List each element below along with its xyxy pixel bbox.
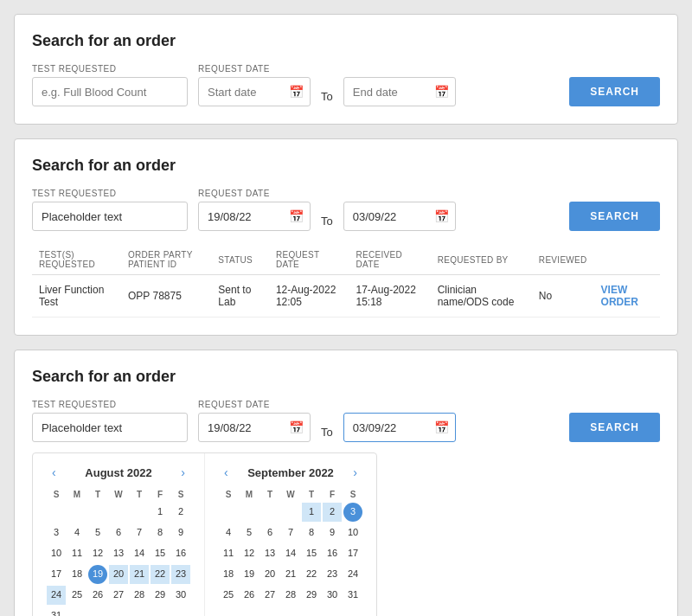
aug-day-3[interactable]: 3 (47, 523, 66, 542)
table-header-row: TEST(S) REQUESTED ORDER PARTY PATIENT ID… (32, 245, 660, 275)
cell-action[interactable]: VIEW ORDER (594, 275, 660, 318)
sep-day-11[interactable]: 11 (219, 544, 238, 563)
aug-day-25[interactable]: 25 (67, 586, 86, 605)
aug-day-16[interactable]: 16 (171, 544, 190, 563)
sep-day-14[interactable]: 14 (281, 544, 300, 563)
sep-day-19[interactable]: 19 (240, 565, 259, 584)
aug-day-2[interactable]: 2 (171, 503, 190, 522)
test-requested-group-2: TEST REQUESTED (32, 189, 188, 231)
end-calendar-icon-2[interactable]: 📅 (434, 209, 449, 223)
aug-day-30[interactable]: 30 (171, 586, 190, 605)
sep-day-21[interactable]: 21 (281, 565, 300, 584)
sep-day-30[interactable]: 30 (323, 586, 342, 605)
sep-day-31[interactable]: 31 (343, 586, 362, 605)
start-date-wrapper-1: 📅 (198, 77, 311, 106)
sep-empty (219, 503, 238, 522)
sep-day-15[interactable]: 15 (302, 544, 321, 563)
aug-day-13[interactable]: 13 (109, 544, 128, 563)
aug-day-6[interactable]: 6 (109, 523, 128, 542)
sep-day-4[interactable]: 4 (219, 523, 238, 542)
end-calendar-icon-3[interactable]: 📅 (434, 420, 449, 434)
test-requested-input-3[interactable] (32, 413, 188, 442)
sep-day-5[interactable]: 5 (240, 523, 259, 542)
sep-dh-t2: T (302, 488, 321, 501)
sep-next-btn[interactable]: › (348, 464, 362, 481)
sep-empty (260, 503, 279, 522)
aug-day-22[interactable]: 22 (151, 565, 170, 584)
aug-day-19[interactable]: 19 (88, 565, 107, 584)
sep-day-27[interactable]: 27 (260, 586, 279, 605)
search-button-3[interactable]: searcH (569, 413, 660, 442)
test-requested-input-1[interactable] (32, 77, 188, 106)
col-patient-id: ORDER PARTY PATIENT ID (121, 245, 211, 275)
sep-day-12[interactable]: 12 (240, 544, 259, 563)
aug-day-27[interactable]: 27 (109, 586, 128, 605)
august-prev-btn[interactable]: ‹ (47, 464, 61, 481)
sep-day-13[interactable]: 13 (260, 544, 279, 563)
sep-day-18[interactable]: 18 (219, 565, 238, 584)
aug-day-1[interactable]: 1 (151, 503, 170, 522)
col-status: STATUS (211, 245, 269, 275)
sep-day-7[interactable]: 7 (281, 523, 300, 542)
search-button-2[interactable]: SEARCH (569, 202, 660, 231)
sep-day-8[interactable]: 8 (302, 523, 321, 542)
end-date-group-1: 📅 (343, 77, 456, 106)
aug-day-28[interactable]: 28 (130, 586, 149, 605)
aug-empty (130, 503, 149, 522)
sep-day-17[interactable]: 17 (343, 544, 362, 563)
cell-status: Sent to Lab (211, 275, 269, 318)
end-calendar-icon-1[interactable]: 📅 (434, 85, 449, 99)
test-requested-label-2: TEST REQUESTED (32, 189, 188, 198)
start-calendar-icon-3[interactable]: 📅 (289, 420, 304, 434)
sep-prev-btn[interactable]: ‹ (219, 464, 234, 481)
sep-day-10[interactable]: 10 (343, 523, 362, 542)
sep-day-16[interactable]: 16 (323, 544, 342, 563)
sep-day-24[interactable]: 24 (343, 565, 362, 584)
sep-dh-f: F (323, 488, 342, 501)
aug-day-14[interactable]: 14 (130, 544, 149, 563)
aug-day-24[interactable]: 24 (47, 586, 66, 605)
test-requested-input-2[interactable] (32, 202, 188, 231)
aug-day-4[interactable]: 4 (67, 523, 86, 542)
aug-day-23[interactable]: 23 (171, 565, 190, 584)
sep-day-29[interactable]: 29 (302, 586, 321, 605)
start-calendar-icon-1[interactable]: 📅 (289, 85, 304, 99)
sep-day-2[interactable]: 2 (323, 503, 342, 522)
august-next-btn[interactable]: › (176, 464, 190, 481)
aug-day-21[interactable]: 21 (130, 565, 149, 584)
aug-day-29[interactable]: 29 (151, 586, 170, 605)
aug-day-20[interactable]: 20 (109, 565, 128, 584)
sep-day-20[interactable]: 20 (260, 565, 279, 584)
test-requested-label-3: TEST REQUESTED (32, 400, 188, 409)
aug-day-5[interactable]: 5 (88, 523, 107, 542)
col-action (594, 245, 660, 275)
sep-day-9[interactable]: 9 (323, 523, 342, 542)
aug-day-17[interactable]: 17 (47, 565, 66, 584)
sep-day-28[interactable]: 28 (281, 586, 300, 605)
aug-day-9[interactable]: 9 (171, 523, 190, 542)
view-order-link[interactable]: VIEW ORDER (601, 284, 638, 308)
sep-dh-s1: S (219, 488, 238, 501)
aug-day-18[interactable]: 18 (67, 565, 86, 584)
aug-day-12[interactable]: 12 (88, 544, 107, 563)
sep-day-23[interactable]: 23 (323, 565, 342, 584)
aug-dh-t1: T (88, 488, 107, 501)
search-button-1[interactable]: SEARCH (569, 77, 660, 106)
start-calendar-icon-2[interactable]: 📅 (289, 209, 304, 223)
aug-day-26[interactable]: 26 (88, 586, 107, 605)
request-date-label-1: REQUEST DATE (198, 64, 311, 74)
sep-day-22[interactable]: 22 (302, 565, 321, 584)
aug-day-31[interactable]: 31 (47, 606, 66, 616)
sep-day-1[interactable]: 1 (302, 503, 321, 522)
sep-day-3[interactable]: 3 (343, 503, 362, 522)
sep-day-6[interactable]: 6 (260, 523, 279, 542)
aug-day-15[interactable]: 15 (151, 544, 170, 563)
sep-day-25[interactable]: 25 (219, 586, 238, 605)
sep-day-26[interactable]: 26 (240, 586, 259, 605)
aug-day-10[interactable]: 10 (47, 544, 66, 563)
aug-day-8[interactable]: 8 (151, 523, 170, 542)
august-grid: S M T W T F S 1 2 3 4 5 6 7 (47, 488, 190, 616)
august-title: August 2022 (85, 466, 151, 479)
aug-day-7[interactable]: 7 (130, 523, 149, 542)
aug-day-11[interactable]: 11 (67, 544, 86, 563)
